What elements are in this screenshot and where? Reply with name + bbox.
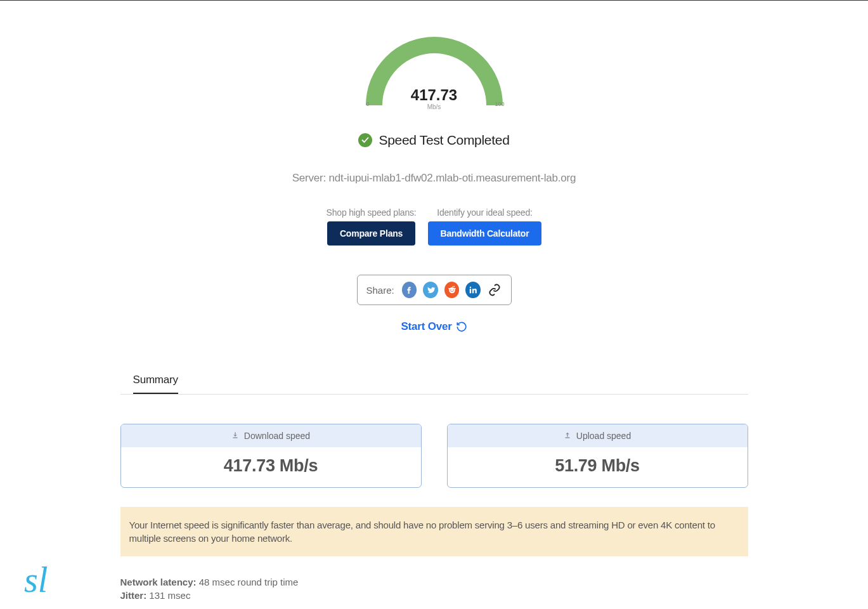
share-label: Share: [366,285,394,296]
jitter-label: Jitter: [120,590,147,601]
check-circle-icon [358,133,372,147]
download-icon [231,431,239,441]
latency-label: Network latency: [120,577,197,587]
site-logo[interactable]: sl [24,562,48,598]
restart-icon [456,321,467,332]
cta-identify-column: Identify your ideal speed: Bandwidth Cal… [428,207,542,246]
upload-header: Upload speed [448,424,748,447]
upload-label: Upload speed [576,431,631,441]
svg-point-7 [470,287,471,288]
status-row: Speed Test Completed [13,133,855,148]
gauge-value: 417.73 [355,86,514,104]
tab-summary[interactable]: Summary [133,369,178,394]
results-content: Summary Download speed 417.73 Mb/s Uploa… [120,369,748,602]
shop-plans-label: Shop high speed plans: [327,207,417,218]
speed-gauge: 417.73 Mb/s 0 100 [355,26,514,115]
server-name: ndt-iupui-mlab1-dfw02.mlab-oti.measureme… [329,172,576,184]
download-value: 417.73 Mb/s [121,447,421,487]
svg-point-4 [448,288,450,289]
svg-point-0 [449,287,455,293]
gauge-min: 0 [366,101,370,107]
linkedin-icon[interactable] [465,282,481,298]
status-text: Speed Test Completed [379,133,509,148]
gauge-section: 417.73 Mb/s 0 100 Speed Test Completed [13,26,855,148]
jitter-row: Jitter: 131 msec [120,589,748,602]
speed-cards: Download speed 417.73 Mb/s Upload speed … [120,424,748,488]
speed-test-results: 417.73 Mb/s 0 100 Speed Test Completed S… [0,1,868,609]
download-label: Download speed [244,431,310,441]
download-header: Download speed [121,424,421,447]
speed-assessment-message: Your Internet speed is significantly fas… [120,507,748,556]
identify-speed-label: Identify your ideal speed: [428,207,542,218]
upload-icon [564,431,571,441]
facebook-icon[interactable] [402,282,417,298]
svg-rect-6 [470,289,471,293]
server-info: Server: ndt-iupui-mlab1-dfw02.mlab-oti.m… [13,172,855,185]
gauge-unit: Mb/s [355,103,514,110]
share-box: Share: [357,275,512,305]
svg-point-1 [450,289,451,291]
compare-plans-button[interactable]: Compare Plans [327,221,415,246]
gauge-max: 100 [495,101,504,107]
start-over-label: Start Over [401,320,451,333]
tabs: Summary [120,369,748,395]
download-speed-card: Download speed 417.73 Mb/s [120,424,422,488]
start-over-row: Start Over [13,320,855,333]
network-metrics: Network latency: 48 msec round trip time… [120,575,748,602]
server-prefix: Server: [292,172,329,184]
latency-row: Network latency: 48 msec round trip time [120,575,748,589]
upload-speed-card: Upload speed 51.79 Mb/s [447,424,748,488]
upload-value: 51.79 Mb/s [448,447,748,487]
reddit-icon[interactable] [444,282,460,298]
latency-value: 48 msec round trip time [197,577,299,587]
svg-point-2 [453,289,454,291]
cta-row: Shop high speed plans: Compare Plans Ide… [13,207,855,246]
svg-point-3 [454,288,455,289]
cta-shop-column: Shop high speed plans: Compare Plans [327,207,417,246]
twitter-icon[interactable] [423,282,438,298]
copy-link-icon[interactable] [487,282,502,298]
start-over-link[interactable]: Start Over [401,320,467,333]
jitter-value: 131 msec [146,590,190,601]
bandwidth-calculator-button[interactable]: Bandwidth Calculator [428,221,542,246]
